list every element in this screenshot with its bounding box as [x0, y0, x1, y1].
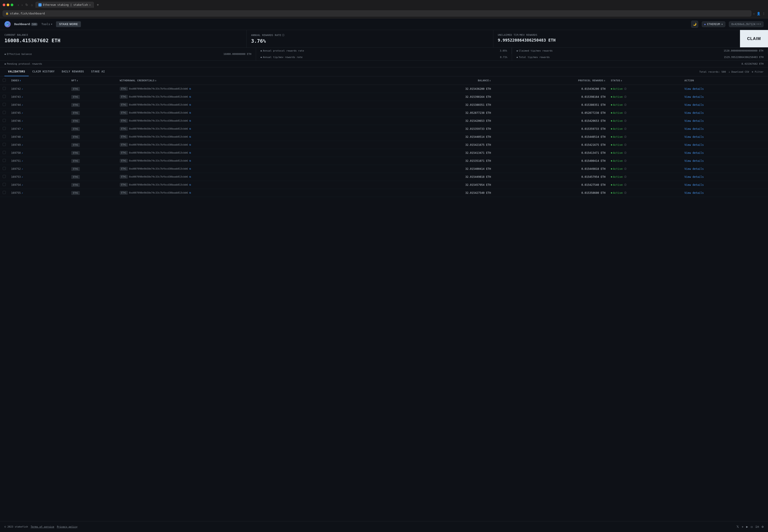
new-tab-button[interactable]: +	[96, 3, 100, 7]
info-icon[interactable]: ⓘ	[282, 34, 285, 37]
row-checkbox-13[interactable]	[3, 191, 6, 194]
copy-icon-8[interactable]: ⧉	[189, 152, 191, 154]
nft-column-header[interactable]: NFT↕	[69, 76, 117, 85]
view-details-link-12[interactable]: View details	[684, 183, 704, 186]
back-button[interactable]: ‹	[17, 2, 20, 7]
view-details-link-0[interactable]: View details	[684, 87, 704, 90]
row-checkbox-cell[interactable]	[0, 109, 8, 117]
youtube-icon[interactable]: ▶	[746, 525, 748, 528]
status-info-icon-1[interactable]: ⓘ	[624, 96, 626, 98]
row-checkbox-cell[interactable]	[0, 93, 8, 101]
index-column-header[interactable]: INDEX↑	[8, 76, 69, 85]
view-details-link-2[interactable]: View details	[684, 103, 704, 106]
status-info-icon-0[interactable]: ⓘ	[624, 88, 626, 90]
row-checkbox-cell[interactable]	[0, 141, 8, 149]
reload-button[interactable]: ↻	[24, 2, 29, 7]
copy-icon-9[interactable]: ⧉	[189, 160, 191, 162]
view-details-link-13[interactable]: View details	[684, 191, 704, 194]
row-checkbox-8[interactable]	[3, 151, 6, 154]
row-checkbox-cell[interactable]	[0, 149, 8, 157]
row-checkbox-11[interactable]	[3, 175, 6, 178]
row-checkbox-cell[interactable]	[0, 181, 8, 189]
select-all-checkbox[interactable]	[3, 79, 6, 82]
tab-claim-history[interactable]: CLAIM HISTORY	[29, 67, 58, 76]
discord-icon[interactable]: ⚙	[762, 525, 764, 528]
menu-icon[interactable]: ⋮	[762, 12, 765, 15]
external-link-icon-2[interactable]: ↗	[22, 104, 23, 106]
copy-icon-4[interactable]: ⧉	[189, 120, 191, 122]
external-link-icon-1[interactable]: ↗	[22, 96, 23, 98]
external-link-icon-6[interactable]: ↗	[22, 136, 23, 138]
status-info-icon-11[interactable]: ⓘ	[624, 176, 626, 178]
select-all-header[interactable]	[0, 76, 8, 85]
external-link-icon-13[interactable]: ↗	[22, 192, 23, 194]
claim-button[interactable]: CLAIM	[740, 30, 768, 47]
withdrawal-column-header[interactable]: WITHDRAWAL CREDENTIALS↕	[117, 76, 385, 85]
row-checkbox-6[interactable]	[3, 135, 6, 138]
external-link-icon-5[interactable]: ↗	[22, 128, 23, 130]
view-details-link-9[interactable]: View details	[684, 159, 704, 162]
external-link-icon-9[interactable]: ↗	[22, 160, 23, 162]
maximize-button[interactable]	[11, 4, 13, 6]
theme-toggle-button[interactable]: 🌙	[691, 21, 698, 28]
status-info-icon-2[interactable]: ⓘ	[624, 104, 626, 106]
copy-icon-2[interactable]: ⧉	[189, 104, 191, 106]
status-info-icon-5[interactable]: ⓘ	[624, 128, 626, 130]
profile-icon[interactable]: 👤	[757, 12, 760, 15]
row-checkbox-cell[interactable]	[0, 117, 8, 125]
external-link-icon-0[interactable]: ↗	[22, 88, 23, 90]
wallet-address[interactable]: 0x4268ed…3b7124 •••	[729, 21, 764, 27]
privacy-policy-link[interactable]: Privacy policy	[57, 525, 78, 528]
copy-icon-0[interactable]: ⧉	[189, 88, 191, 90]
view-details-link-3[interactable]: View details	[684, 111, 704, 114]
row-checkbox-cell[interactable]	[0, 101, 8, 109]
row-checkbox-12[interactable]	[3, 183, 6, 186]
row-checkbox-5[interactable]	[3, 127, 6, 130]
external-link-icon-3[interactable]: ↗	[22, 112, 23, 114]
browser-tab[interactable]: Ethereum staking | stakefish ✕	[36, 2, 94, 8]
view-details-link-1[interactable]: View details	[684, 95, 704, 98]
row-checkbox-cell[interactable]	[0, 189, 8, 197]
row-checkbox-3[interactable]	[3, 111, 6, 114]
row-checkbox-4[interactable]	[3, 119, 6, 122]
telegram-icon[interactable]: ✈	[742, 525, 743, 528]
twitter-icon[interactable]: 𝕏	[736, 525, 739, 528]
status-info-icon-6[interactable]: ⓘ	[624, 136, 626, 138]
row-checkbox-cell[interactable]	[0, 157, 8, 165]
row-checkbox-2[interactable]	[3, 103, 6, 106]
view-details-link-5[interactable]: View details	[684, 127, 704, 130]
copy-icon-1[interactable]: ⧉	[189, 96, 191, 98]
status-info-icon-9[interactable]: ⓘ	[624, 160, 626, 162]
view-details-link-4[interactable]: View details	[684, 119, 704, 122]
copy-icon-6[interactable]: ⧉	[189, 136, 191, 138]
external-link-icon-8[interactable]: ↗	[22, 152, 23, 154]
row-checkbox-1[interactable]	[3, 95, 6, 98]
copy-icon-5[interactable]: ⧉	[189, 128, 191, 130]
copy-icon-3[interactable]: ⧉	[189, 112, 191, 114]
view-details-link-10[interactable]: View details	[684, 167, 704, 170]
row-checkbox-cell[interactable]	[0, 173, 8, 181]
row-checkbox-10[interactable]	[3, 167, 6, 170]
tab-daily-rewards[interactable]: DAILY REWARDS	[58, 67, 88, 76]
forward-button[interactable]: ›	[21, 2, 24, 7]
status-info-icon-4[interactable]: ⓘ	[624, 120, 626, 122]
view-details-link-8[interactable]: View details	[684, 151, 704, 154]
row-checkbox-7[interactable]	[3, 143, 6, 146]
view-details-link-7[interactable]: View details	[684, 143, 704, 146]
instagram-icon[interactable]: ◻	[751, 525, 752, 528]
row-checkbox-cell[interactable]	[0, 85, 8, 93]
external-link-icon-4[interactable]: ↗	[22, 120, 23, 122]
copy-icon-12[interactable]: ⧉	[189, 184, 191, 186]
copy-icon-11[interactable]: ⧉	[189, 176, 191, 178]
external-link-icon-12[interactable]: ↗	[22, 184, 23, 186]
status-info-icon-10[interactable]: ⓘ	[624, 168, 626, 170]
external-link-icon-11[interactable]: ↗	[22, 176, 23, 178]
protocol-rewards-column-header[interactable]: PROTOCOL REWARDS↕	[494, 76, 608, 85]
download-csv-button[interactable]: ↓ Download CSV	[728, 70, 749, 73]
terms-of-service-link[interactable]: Terms of service	[31, 525, 54, 528]
balance-column-header[interactable]: BALANCE↕	[385, 76, 494, 85]
linkedin-icon[interactable]: in	[755, 525, 759, 528]
stake-more-button[interactable]: STAKE MORE	[56, 21, 81, 27]
tools-nav-link[interactable]: Tools ▾	[41, 22, 52, 26]
copy-icon-7[interactable]: ⧉	[189, 144, 191, 146]
